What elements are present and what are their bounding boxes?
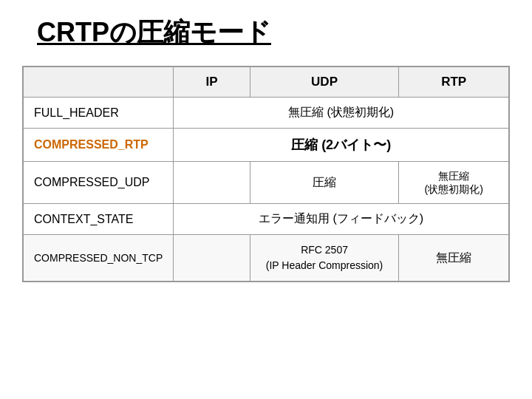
header-col-label (23, 66, 174, 98)
table-row: COMPRESSED_RTP 圧縮 (2バイト〜) (23, 129, 509, 162)
header-col-ip: IP (174, 66, 250, 98)
table-row: CONTEXT_STATE エラー通知用 (フィードバック) (23, 204, 509, 235)
table-row: COMPRESSED_NON_TCP RFC 2507(IP Header Co… (23, 235, 509, 282)
row-content-context-state: エラー通知用 (フィードバック) (174, 204, 509, 235)
row-cell-rtp-compressed-non-tcp: 無圧縮 (399, 235, 509, 282)
page-title: CRTPの圧縮モード (37, 15, 271, 51)
header-col-rtp: RTP (399, 66, 509, 98)
row-content-full-header: 無圧縮 (状態初期化) (174, 98, 509, 129)
row-label-context-state: CONTEXT_STATE (23, 204, 174, 235)
table-row: COMPRESSED_UDP 圧縮 無圧縮(状態初期化) (23, 162, 509, 204)
row-label-compressed-non-tcp: COMPRESSED_NON_TCP (23, 235, 174, 282)
row-label-compressed-rtp: COMPRESSED_RTP (23, 129, 174, 162)
row-cell-rtp-compressed-udp: 無圧縮(状態初期化) (399, 162, 509, 204)
row-cell-udp-compressed-non-tcp: RFC 2507(IP Header Compression) (250, 235, 399, 282)
row-content-compressed-rtp: 圧縮 (2バイト〜) (174, 129, 509, 162)
table-header-row: IP UDP RTP (23, 66, 509, 98)
row-cell-ip-compressed-udp (174, 162, 250, 204)
row-label-compressed-udp: COMPRESSED_UDP (23, 162, 174, 204)
row-cell-ip-compressed-non-tcp (174, 235, 250, 282)
row-label-full-header: FULL_HEADER (23, 98, 174, 129)
row-cell-udp-compressed-udp: 圧縮 (250, 162, 399, 204)
compression-table: IP UDP RTP FULL_HEADER 無圧縮 (状態初期化) COMPR… (22, 66, 510, 282)
header-col-udp: UDP (250, 66, 399, 98)
table-row: FULL_HEADER 無圧縮 (状態初期化) (23, 98, 509, 129)
